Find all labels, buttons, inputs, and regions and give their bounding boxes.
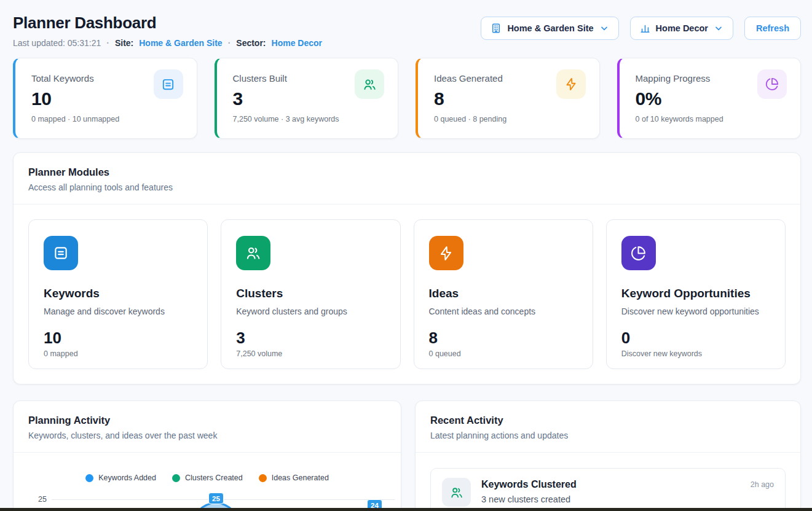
recent-item-title: Keywords Clustered [481, 479, 740, 490]
module-caption: Discover new keywords [621, 349, 770, 358]
module-title: Ideas [429, 287, 578, 300]
activity-panel-subtitle: Keywords, clusters, and ideas over the p… [28, 431, 386, 440]
users-icon [355, 69, 384, 99]
stat-caption: 0 mapped · 10 unmapped [31, 115, 182, 123]
recent-activity-panel: Recent Activity Latest planning actions … [415, 400, 801, 511]
site-link[interactable]: Home & Garden Site [139, 38, 222, 48]
building-icon [491, 23, 502, 34]
legend-dot [259, 474, 267, 482]
bolt-icon [429, 236, 463, 270]
site-label: Site: [115, 38, 133, 48]
last-updated-text: Last updated: 05:31:21 [13, 38, 101, 48]
recent-item-description: 3 new clusters created [481, 494, 740, 504]
chevron-down-icon [714, 23, 723, 33]
module-description: Keyword clusters and groups [236, 306, 385, 316]
data-label-25: 25 [208, 493, 224, 504]
y-axis-tick-25: 25 [38, 495, 47, 504]
legend-item-keywords-added[interactable]: Keywords Added [85, 474, 156, 482]
activity-panel-title: Planning Activity [28, 415, 386, 426]
modules-grid: Keywords Manage and discover keywords 10… [14, 205, 800, 384]
module-value: 0 [621, 329, 770, 348]
stat-caption: 0 of 10 keywords mapped [636, 115, 786, 123]
module-value: 3 [236, 329, 385, 348]
recent-activity-list: Keywords Clustered 3 new clusters create… [416, 453, 800, 511]
document-icon [44, 236, 78, 270]
stat-card-ideas-generated: Ideas Generated 8 0 queued · 8 pending [416, 58, 600, 139]
module-value: 10 [44, 329, 192, 348]
module-caption: 0 mapped [44, 349, 192, 358]
recent-activity-item[interactable]: Keywords Clustered 3 new clusters create… [430, 468, 786, 511]
bottom-edge-bar [0, 508, 812, 511]
module-description: Manage and discover keywords [44, 306, 192, 316]
pie-chart-icon [621, 236, 656, 270]
module-title: Keywords [44, 287, 192, 300]
module-value: 8 [429, 329, 578, 348]
header-toolbar: Home & Garden Site Home Decor Refresh [481, 17, 801, 40]
sector-selector-label: Home Decor [656, 23, 708, 33]
modules-panel-header: Planner Modules Access all planning tool… [14, 153, 800, 205]
activity-panel-header: Planning Activity Keywords, clusters, an… [14, 401, 401, 453]
stat-card-mapping-progress: Mapping Progress 0% 0 of 10 keywords map… [617, 58, 802, 139]
breadcrumb-meta: Last updated: 05:31:21 · Site: Home & Ga… [13, 38, 322, 48]
sector-link[interactable]: Home Decor [272, 38, 322, 48]
legend-dot [85, 474, 93, 482]
stat-caption: 7,250 volume · 3 avg keywords [233, 115, 384, 123]
chevron-down-icon [599, 23, 609, 33]
users-icon [236, 236, 270, 270]
page-header: Planner Dashboard Last updated: 05:31:21… [13, 14, 801, 48]
recent-panel-subtitle: Latest planning actions and updates [430, 431, 786, 440]
pie-chart-icon [757, 69, 787, 99]
module-description: Content ideas and concepts [429, 306, 578, 316]
refresh-button[interactable]: Refresh [744, 17, 801, 40]
sector-label: Sector: [236, 38, 266, 48]
module-caption: 0 queued [429, 349, 578, 358]
site-selector-label: Home & Garden Site [507, 23, 593, 33]
modules-panel-title: Planner Modules [28, 166, 786, 178]
bolt-icon [556, 69, 586, 99]
module-title: Keyword Opportunities [621, 287, 770, 300]
module-caption: 7,250 volume [236, 349, 385, 358]
recent-panel-title: Recent Activity [430, 415, 786, 426]
module-description: Discover new keyword opportunities [621, 306, 770, 316]
module-card-keywords[interactable]: Keywords Manage and discover keywords 10… [28, 219, 208, 369]
planning-activity-panel: Planning Activity Keywords, clusters, an… [13, 400, 401, 511]
module-title: Clusters [236, 287, 385, 300]
stat-card-clusters-built: Clusters Built 3 7,250 volume · 3 avg ke… [215, 58, 399, 139]
legend-dot [172, 474, 180, 482]
site-selector-dropdown[interactable]: Home & Garden Site [481, 17, 618, 40]
modules-panel-subtitle: Access all planning tools and features [28, 182, 786, 192]
stat-card-total-keywords: Total Keywords 10 0 mapped · 10 unmapped [13, 58, 197, 139]
recent-item-text: Keywords Clustered 3 new clusters create… [481, 478, 740, 504]
bar-chart-icon [640, 23, 650, 34]
stats-row: Total Keywords 10 0 mapped · 10 unmapped… [13, 58, 801, 139]
page-title: Planner Dashboard [13, 14, 322, 33]
planner-modules-panel: Planner Modules Access all planning tool… [13, 152, 801, 384]
module-card-ideas[interactable]: Ideas Content ideas and concepts 8 0 que… [414, 219, 593, 369]
document-icon [154, 69, 183, 99]
sector-selector-dropdown[interactable]: Home Decor [630, 17, 733, 40]
module-card-clusters[interactable]: Clusters Keyword clusters and groups 3 7… [221, 219, 400, 369]
recent-panel-header: Recent Activity Latest planning actions … [416, 401, 800, 453]
legend-item-clusters-created[interactable]: Clusters Created [172, 474, 243, 482]
legend-item-ideas-generated[interactable]: Ideas Generated [259, 474, 329, 482]
chart-legend: Keywords Added Clusters Created Ideas Ge… [14, 474, 401, 482]
recent-item-timestamp: 2h ago [751, 480, 774, 489]
module-card-keyword-opportunities[interactable]: Keyword Opportunities Discover new keywo… [606, 219, 786, 369]
users-icon [442, 478, 471, 507]
planner-dashboard-page: Planner Dashboard Last updated: 05:31:21… [0, 0, 812, 511]
stat-caption: 0 queued · 8 pending [434, 115, 585, 123]
bottom-row: Planning Activity Keywords, clusters, an… [13, 400, 801, 511]
